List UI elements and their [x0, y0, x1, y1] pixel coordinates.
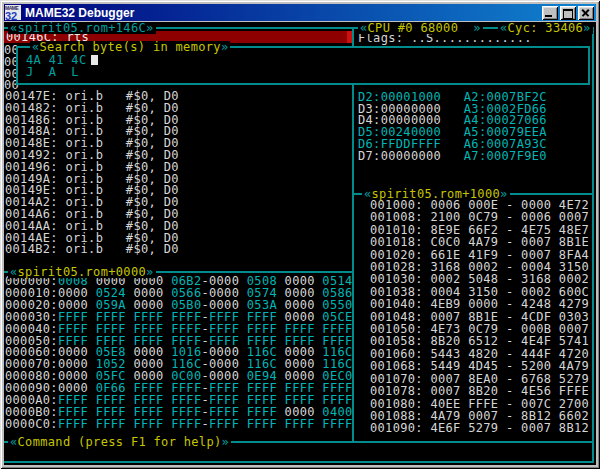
memory-address: 0000C0:	[5, 417, 58, 431]
disasm-row: 0014B2: ori.b #$0, D0	[5, 244, 179, 256]
right-chevron-icon: »	[500, 187, 508, 201]
memory-row: 001008: 2100 0C79 - 0006 0007	[370, 211, 589, 223]
memory-row: 001078: 0007 8B20 - 4E56 FFFE	[370, 385, 589, 397]
memory-upper-title: «spirit05.rom+1000»	[362, 188, 510, 200]
command-bar[interactable]: «Command (press F1 for help)»	[4, 436, 596, 448]
title-bar[interactable]: MAME 32 MAME32 Debugger	[4, 4, 596, 21]
memory-lower-rows[interactable]: 000000:0008 0000 0000 06B2-0000 0508 000…	[5, 276, 353, 431]
right-chevron-icon: »	[146, 265, 154, 279]
memory-lower-title: «spirit05.rom+0000»	[8, 266, 156, 278]
register-pane[interactable]: D2:00001000 A2:0007BF2CD3:00000000 A3:00…	[358, 92, 547, 162]
maximize-button[interactable]	[560, 6, 576, 20]
cycles-value: Cyc: 33406	[508, 22, 584, 35]
left-chevron-icon: «	[500, 22, 508, 35]
memory-word: FFFF	[133, 417, 163, 431]
memory-row: 001068: 5449 4D45 - 5200 4A79	[370, 360, 589, 372]
minimize-button[interactable]	[542, 6, 558, 20]
icon-32-text: 32	[5, 11, 17, 20]
cpu-pane-title-text: CPU #0 68000	[368, 22, 459, 35]
search-dialog-title-text: Search byte(s) in memory	[40, 40, 221, 54]
data-register-value: D7:00000000	[358, 149, 441, 163]
left-chevron-icon: «	[10, 435, 18, 449]
debugger-window: MAME 32 MAME32 Debugger «spirit05.rom+14…	[0, 0, 600, 469]
address-register-value: A7:0007F9E0	[464, 149, 547, 163]
right-chevron-icon: »	[146, 22, 154, 35]
right-chevron-icon: »	[583, 22, 591, 35]
cpu-pane-title: «CPU #0 68000»	[358, 22, 483, 34]
left-chevron-icon: «	[360, 22, 368, 35]
left-chevron-icon: «	[364, 187, 372, 201]
text-cursor	[91, 55, 98, 65]
memory-upper-title-text: spirit05.rom+1000	[372, 187, 500, 201]
memory-word: FFFF	[209, 417, 239, 431]
left-chevron-icon: «	[10, 265, 18, 279]
memory-word: FFFF	[96, 417, 126, 431]
memory-row: 001058: 8B20 6512 - 4E4F 5741	[370, 335, 589, 347]
right-chevron-icon: »	[473, 22, 481, 35]
mame32-app-icon[interactable]: MAME 32	[5, 5, 21, 20]
memory-upper-header-row: «spirit05.rom+1000»	[4, 188, 596, 200]
search-ascii-preview: J A L	[26, 67, 79, 78]
memory-word: FFFF	[247, 417, 277, 431]
memory-upper-rows[interactable]: 001000: 0006 000E - 0000 4E72001008: 210…	[357, 199, 589, 435]
search-dialog[interactable]: «Search byte(s) in memory» 4A 41 4C J A …	[16, 46, 590, 85]
debugger-client-area: «spirit05.rom+146C» «CPU #0 68000» «Cyc:…	[4, 22, 596, 465]
memory-row: 001018: C0C0 4A79 - 0007 8B1E	[370, 236, 589, 248]
maximize-icon	[563, 9, 573, 19]
minimize-icon	[545, 15, 552, 17]
register-row: D7:00000000 A7:0007F9E0	[358, 151, 547, 163]
search-dialog-title: «Search byte(s) in memory»	[30, 41, 230, 53]
right-chevron-icon: »	[222, 435, 230, 449]
command-bar-title: «Command (press F1 for help)»	[8, 436, 231, 448]
command-bar-title-text: Command (press F1 for help)	[18, 435, 222, 449]
close-button[interactable]	[578, 6, 594, 20]
right-pane-border	[592, 27, 594, 463]
left-chevron-icon: «	[32, 40, 40, 54]
memory-row: 0000C0:FFFF FFFF FFFF FFFF-FFFF FFFF FFF…	[5, 419, 353, 431]
memory-lower-title-text: spirit05.rom+0000	[18, 265, 146, 279]
memory-row: 001040: 4EB9 0000 - 4248 4279	[370, 298, 589, 310]
command-window-bottom-border	[4, 461, 594, 463]
left-chevron-icon: «	[10, 22, 18, 35]
memory-row: 001090: 4E6F 5279 - 0007 8B12	[370, 422, 589, 434]
disasm-pane-title: «spirit05.rom+146C»	[8, 22, 156, 34]
memory-word: FFFF	[58, 417, 88, 431]
right-chevron-icon: »	[221, 40, 229, 54]
memory-word: FFFF	[322, 417, 352, 431]
disasm-pane-title-text: spirit05.rom+146C	[18, 22, 146, 35]
window-title: MAME32 Debugger	[25, 6, 542, 20]
memory-word: FFFF	[171, 417, 201, 431]
memory-word: FFFF	[285, 417, 315, 431]
disasm-rows[interactable]: 00147E: ori.b #$0, D0001482: ori.b #$0, …	[5, 91, 179, 256]
cycles-label: «Cyc: 33406»	[498, 22, 593, 34]
